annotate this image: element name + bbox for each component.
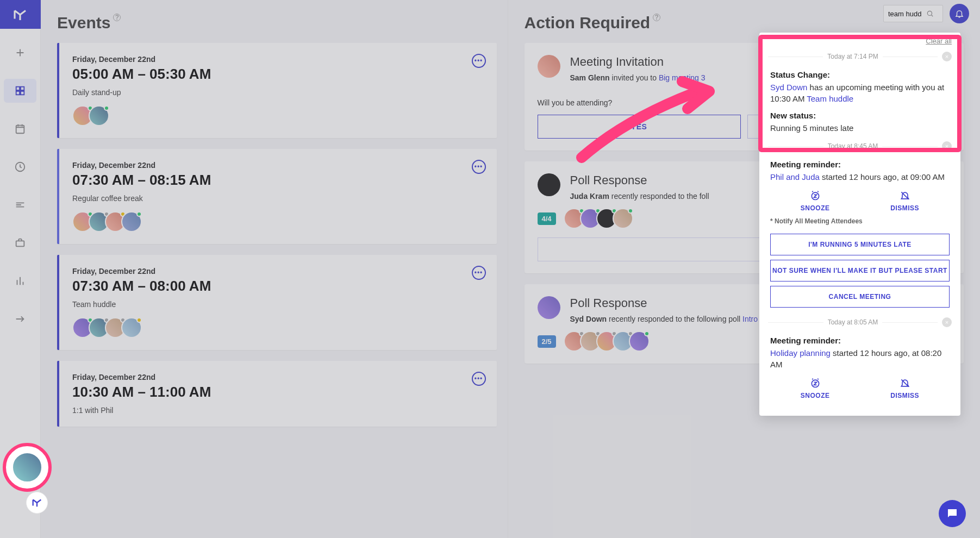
help-icon[interactable]: ?	[653, 14, 660, 21]
search-box[interactable]	[883, 5, 943, 22]
user-avatar[interactable]	[12, 452, 42, 483]
topbar	[883, 0, 980, 27]
notification-timestamp: Today at 8:05 AM×	[759, 315, 960, 329]
please-start-button[interactable]: NOT SURE WHEN I'LL MAKE IT BUT PLEASE ST…	[770, 260, 950, 281]
notification-item: Meeting reminder: Phil and Juda started …	[759, 153, 960, 188]
event-time: 07:30 AM – 08:00 AM	[72, 278, 484, 295]
attendee-avatars	[72, 211, 484, 232]
event-title: 1:1 with Phil	[72, 406, 484, 415]
sidebar-list[interactable]	[4, 193, 36, 217]
events-title: Events?	[57, 14, 497, 32]
sidebar-dashboard[interactable]	[4, 79, 36, 103]
close-icon[interactable]: ×	[942, 317, 952, 327]
event-date: Friday, December 22nd	[72, 55, 484, 64]
svg-rect-4	[16, 126, 24, 134]
attendee-avatars	[72, 105, 484, 126]
attendee-avatars	[72, 317, 484, 338]
sidebar-add[interactable]	[4, 41, 36, 65]
svg-rect-6	[16, 241, 24, 246]
event-time: 07:30 AM – 08:15 AM	[72, 172, 484, 189]
avatar[interactable]	[121, 211, 142, 232]
svg-point-7	[927, 11, 932, 15]
more-button[interactable]: •••	[472, 54, 486, 68]
more-button[interactable]: •••	[472, 372, 486, 386]
more-button[interactable]: •••	[472, 266, 486, 280]
cancel-meeting-button[interactable]: CANCEL MEETING	[770, 286, 950, 308]
svg-rect-2	[16, 91, 20, 95]
avatar[interactable]	[613, 208, 633, 229]
avatar[interactable]	[121, 317, 142, 338]
notification-timestamp: Today at 8:45 AM×	[759, 139, 960, 153]
yes-button[interactable]: YES	[538, 115, 741, 139]
event-date: Friday, December 22nd	[72, 267, 484, 276]
search-icon	[926, 10, 934, 17]
event-date: Friday, December 22nd	[72, 373, 484, 381]
svg-rect-0	[16, 87, 20, 90]
notify-all-label: * Notify All Meeting Attendees	[759, 217, 960, 229]
notification-timestamp: Today at 7:14 PM×	[759, 49, 960, 64]
more-button[interactable]: •••	[472, 160, 486, 174]
avatar[interactable]	[629, 331, 650, 352]
notification-item: Meeting reminder: Holiday planning start…	[759, 329, 960, 376]
poll-badge: 4/4	[538, 212, 556, 225]
sidebar-briefcase[interactable]	[4, 231, 36, 255]
poll-badge: 2/5	[538, 335, 556, 348]
event-time: 05:00 AM – 05:30 AM	[72, 66, 484, 83]
event-card[interactable]: ••• Friday, December 22nd 05:00 AM – 05:…	[57, 43, 497, 138]
clear-all-link[interactable]: Clear all	[759, 33, 960, 49]
notification-panel: Clear all Today at 7:14 PM× Status Chang…	[759, 33, 960, 416]
notification-item: Status Change: Syd Down has an upcoming …	[759, 64, 960, 139]
notifications-button[interactable]	[950, 4, 969, 23]
svg-rect-3	[21, 91, 24, 95]
search-input[interactable]	[888, 10, 926, 18]
running-late-button[interactable]: I'M RUNNING 5 MINUTES LATE	[770, 234, 950, 255]
user-avatar-highlight	[3, 443, 52, 492]
event-date: Friday, December 22nd	[72, 161, 484, 170]
app-badge[interactable]	[26, 492, 48, 514]
sidebar-calendar[interactable]	[4, 117, 36, 141]
event-title: Daily stand-up	[72, 88, 484, 97]
close-icon[interactable]: ×	[942, 141, 952, 151]
event-title: Team huddle	[72, 300, 484, 309]
events-column: Events? ••• Friday, December 22nd 05:00 …	[41, 0, 508, 538]
event-card[interactable]: ••• Friday, December 22nd 10:30 AM – 11:…	[57, 361, 497, 427]
help-icon[interactable]: ?	[113, 14, 121, 21]
close-icon[interactable]: ×	[942, 52, 952, 61]
app-logo[interactable]	[0, 0, 41, 29]
dismiss-button[interactable]: DISMISS	[890, 378, 919, 399]
chat-fab[interactable]	[939, 500, 966, 527]
snooze-button[interactable]: SNOOZE	[801, 190, 830, 212]
event-time: 10:30 AM – 11:00 AM	[72, 384, 484, 401]
event-card[interactable]: ••• Friday, December 22nd 07:30 AM – 08:…	[57, 255, 497, 350]
snooze-button[interactable]: SNOOZE	[801, 378, 830, 399]
sidebar-stats[interactable]	[4, 269, 36, 293]
avatar[interactable]	[538, 173, 560, 196]
sidebar-clock[interactable]	[4, 155, 36, 179]
avatar[interactable]	[538, 296, 560, 319]
svg-rect-1	[21, 87, 24, 90]
sidebar-arrow[interactable]	[4, 307, 36, 331]
event-card[interactable]: ••• Friday, December 22nd 07:30 AM – 08:…	[57, 149, 497, 244]
dismiss-button[interactable]: DISMISS	[890, 190, 919, 212]
avatar[interactable]	[538, 55, 560, 78]
event-title: Regular coffee break	[72, 194, 484, 203]
avatar[interactable]	[89, 105, 109, 126]
